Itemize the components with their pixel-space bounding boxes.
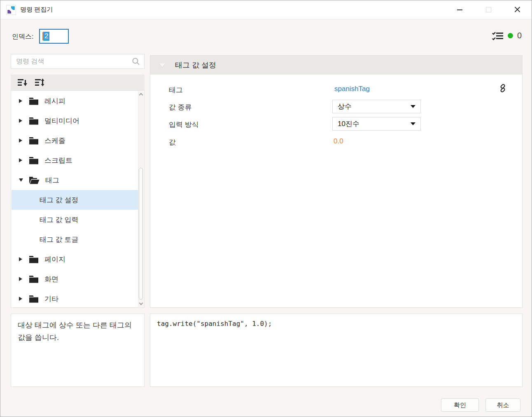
input-method-label: 입력 방식	[169, 120, 199, 129]
chevron-down-icon	[19, 178, 23, 182]
dropdown-arrow-icon	[411, 122, 415, 125]
chevron-right-icon	[19, 257, 22, 261]
folder-open-icon	[29, 176, 40, 184]
folder-closed-icon	[29, 97, 39, 105]
search-box	[11, 54, 145, 69]
input-method-dropdown[interactable]: 10진수	[332, 117, 421, 131]
folder-closed-icon	[29, 117, 39, 125]
tree-folder-script[interactable]: 스크립트	[12, 150, 138, 170]
command-description: 대상 태그에 상수 또는 다른 태그의 값을 씁니다.	[11, 314, 145, 387]
tree-item-label: 태그	[45, 176, 59, 185]
collapse-triangle-icon	[159, 63, 165, 67]
chevron-right-icon	[19, 138, 22, 143]
window-title: 명령 편집기	[20, 6, 53, 14]
chevron-right-icon	[19, 158, 22, 162]
tree-item-label: 태그 값 입력	[40, 215, 78, 225]
chevron-right-icon	[19, 277, 22, 281]
tree-folder-other[interactable]: 기타	[12, 289, 138, 307]
chevron-right-icon	[19, 99, 22, 103]
tree-scrollbar[interactable]	[138, 91, 144, 307]
command-editor-window: 명령 편집기 인덱스: 2 0	[0, 0, 532, 417]
panel-header[interactable]: 태그 값 설정	[150, 56, 522, 75]
command-settings-panel: 태그 값 설정 태그 spanishTag 값 종류 상수 입력 방식 10진수…	[150, 55, 523, 308]
status-area: 0	[492, 31, 522, 40]
search-icon	[132, 57, 140, 66]
maximize-icon	[486, 7, 491, 12]
tree-toolbar	[11, 75, 145, 90]
folder-closed-icon	[29, 275, 39, 283]
value-label: 값	[169, 138, 176, 147]
folder-closed-icon	[29, 157, 39, 164]
index-label: 인덱스:	[12, 33, 33, 41]
minimize-button[interactable]	[450, 0, 469, 19]
chevron-right-icon	[19, 119, 22, 123]
tree-item-toggle-tag-value[interactable]: 태그 값 토글	[12, 230, 138, 249]
titlebar: 명령 편집기	[0, 0, 532, 19]
folder-closed-icon	[29, 255, 39, 263]
folder-closed-icon	[29, 295, 39, 303]
link-icon[interactable]	[498, 83, 508, 93]
tree-item-label: 레시피	[44, 96, 65, 106]
tag-label: 태그	[169, 85, 183, 95]
folder-closed-icon	[29, 137, 39, 145]
command-search-input[interactable]	[11, 54, 132, 68]
value-type-dropdown[interactable]: 상수	[332, 100, 421, 113]
tag-value-link[interactable]: spanishTag	[334, 85, 370, 93]
index-value: 2	[43, 32, 49, 41]
close-button[interactable]	[508, 0, 527, 19]
tree-folder-recipe[interactable]: 레시피	[12, 91, 138, 111]
tree-item-input-tag-value[interactable]: 태그 값 입력	[12, 210, 138, 230]
app-logo-icon	[6, 5, 16, 15]
status-dot-icon	[508, 33, 513, 38]
tree-folder-page[interactable]: 페이지	[12, 249, 138, 269]
value-type-label: 값 종류	[169, 103, 192, 112]
tree-item-label: 태그 값 설정	[40, 195, 78, 205]
input-method-selected: 10진수	[338, 119, 359, 129]
maximize-button[interactable]	[479, 0, 498, 19]
tree-folder-schedule[interactable]: 스케줄	[12, 131, 138, 150]
tree-folder-multimedia[interactable]: 멀티미디어	[12, 111, 138, 131]
cancel-button[interactable]: 취소	[485, 398, 520, 412]
tree-item-label: 멀티미디어	[44, 116, 79, 126]
tree-item-label: 화면	[44, 274, 58, 284]
tree-item-label: 스크립트	[44, 156, 72, 165]
minimize-icon	[457, 9, 462, 10]
tree-item-label: 페이지	[44, 255, 65, 264]
status-count: 0	[517, 31, 522, 40]
tree-item-set-tag-value[interactable]: 태그 값 설정	[12, 190, 138, 210]
scrollbar-thumb[interactable]	[139, 168, 143, 300]
command-list-icon[interactable]	[492, 31, 504, 40]
collapse-all-icon[interactable]	[17, 78, 28, 87]
code-preview[interactable]: tag.write("spanishTag", 1.0);	[150, 314, 523, 387]
tree-folder-tag[interactable]: 태그	[12, 170, 138, 190]
scroll-down-icon[interactable]	[139, 301, 143, 305]
close-icon	[514, 7, 520, 13]
dropdown-arrow-icon	[411, 105, 415, 108]
tree-folder-screen[interactable]: 화면	[12, 269, 138, 289]
value-field[interactable]: 0.0	[334, 137, 343, 145]
index-input[interactable]: 2	[39, 29, 69, 44]
chevron-right-icon	[19, 297, 22, 301]
tree-rows: 레시피 멀티미디어 스케줄 스크립	[12, 91, 138, 307]
value-type-selected: 상수	[338, 102, 352, 111]
ok-button[interactable]: 확인	[441, 398, 479, 412]
panel-title: 태그 값 설정	[175, 60, 216, 70]
expand-collapse-icon[interactable]	[35, 78, 45, 87]
scroll-up-icon[interactable]	[139, 93, 143, 97]
command-tree: 레시피 멀티미디어 스케줄 스크립	[11, 90, 145, 308]
tree-item-label: 기타	[44, 294, 58, 304]
tree-item-label: 스케줄	[44, 136, 65, 145]
tree-item-label: 태그 값 토글	[40, 235, 78, 244]
